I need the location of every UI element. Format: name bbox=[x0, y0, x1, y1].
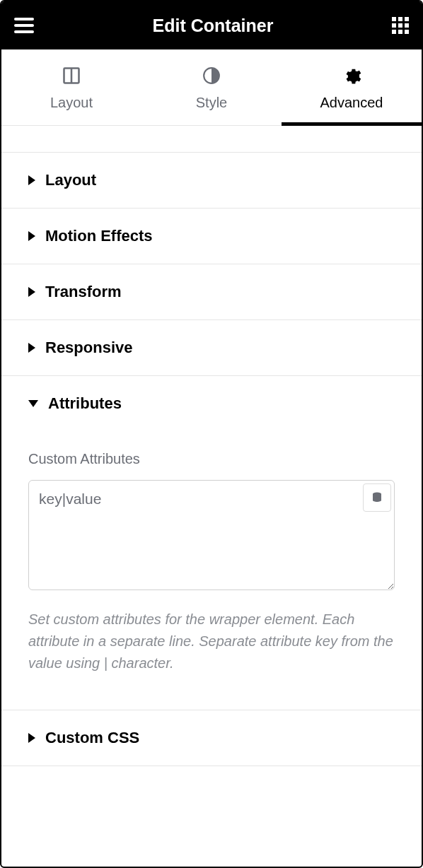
section-transform[interactable]: Transform bbox=[1, 264, 422, 320]
contrast-icon bbox=[202, 65, 221, 86]
tab-style[interactable]: Style bbox=[141, 49, 282, 125]
attribute-field-wrapper bbox=[28, 480, 395, 593]
chevron-right-icon bbox=[28, 733, 35, 743]
chevron-right-icon bbox=[28, 287, 35, 297]
section-motion-effects[interactable]: Motion Effects bbox=[1, 209, 422, 264]
chevron-down-icon bbox=[28, 400, 38, 407]
header-bar: Edit Container bbox=[1, 1, 422, 49]
help-text: Set custom attributes for the wrapper el… bbox=[28, 609, 395, 674]
attributes-panel: Custom Attributes Set custom attributes … bbox=[1, 431, 422, 710]
tab-layout[interactable]: Layout bbox=[1, 49, 141, 125]
section-layout[interactable]: Layout bbox=[1, 153, 422, 209]
custom-attributes-input[interactable] bbox=[28, 480, 395, 590]
spacer bbox=[1, 126, 422, 153]
chevron-right-icon bbox=[28, 343, 35, 353]
tab-label: Advanced bbox=[320, 95, 383, 111]
section-title: Transform bbox=[45, 283, 122, 301]
tab-label: Style bbox=[196, 95, 227, 111]
hamburger-icon[interactable] bbox=[14, 18, 34, 33]
chevron-right-icon bbox=[28, 231, 35, 241]
section-responsive[interactable]: Responsive bbox=[1, 320, 422, 376]
section-title: Layout bbox=[45, 171, 96, 189]
gear-icon bbox=[342, 65, 361, 86]
apps-grid-icon[interactable] bbox=[392, 17, 409, 34]
field-label: Custom Attributes bbox=[28, 451, 395, 467]
section-title: Responsive bbox=[45, 339, 133, 357]
dynamic-data-button[interactable] bbox=[363, 483, 391, 512]
chevron-right-icon bbox=[28, 175, 35, 185]
tab-advanced[interactable]: Advanced bbox=[282, 49, 422, 125]
columns-icon bbox=[62, 65, 81, 86]
section-title: Attributes bbox=[48, 394, 122, 413]
section-attributes[interactable]: Attributes bbox=[1, 376, 422, 431]
section-custom-css[interactable]: Custom CSS bbox=[1, 710, 422, 766]
section-title: Motion Effects bbox=[45, 227, 153, 245]
header-title: Edit Container bbox=[153, 16, 274, 36]
database-icon bbox=[371, 491, 383, 504]
tabs: Layout Style Advanced bbox=[1, 49, 422, 126]
tab-label: Layout bbox=[50, 95, 93, 111]
section-title: Custom CSS bbox=[45, 729, 139, 747]
sections-container: Layout Motion Effects Transform Responsi… bbox=[1, 126, 422, 867]
